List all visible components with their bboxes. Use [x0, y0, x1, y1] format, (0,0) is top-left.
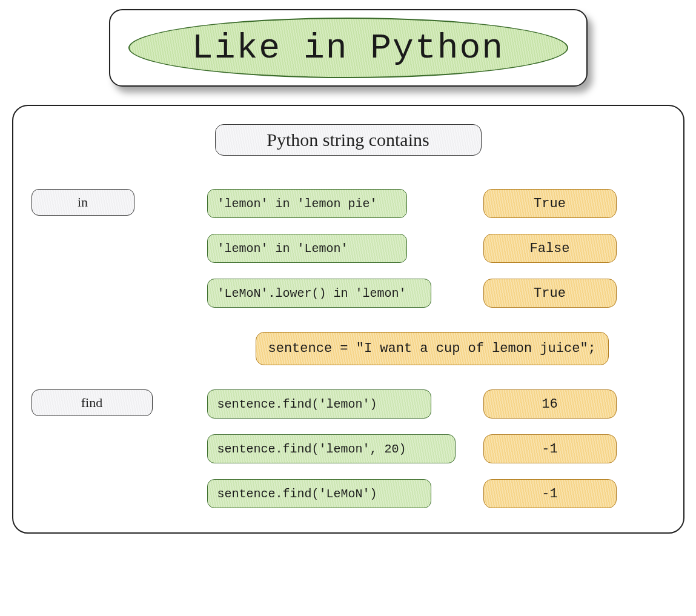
- result-find-0: 16: [483, 389, 617, 419]
- header-card: Like in Python: [109, 9, 588, 87]
- header-ellipse: Like in Python: [128, 18, 568, 78]
- result-find-1: -1: [483, 434, 617, 463]
- label-find: find: [31, 389, 153, 416]
- code-in-0: 'lemon' in 'lemon pie': [207, 189, 407, 218]
- code-find-2: sentence.find('LeMoN'): [207, 479, 431, 508]
- label-in: in: [31, 189, 134, 216]
- sentence-row: sentence = "I want a cup of lemon juice"…: [256, 332, 665, 365]
- subtitle: Python string contains: [215, 124, 482, 156]
- code-find-0: sentence.find('lemon'): [207, 389, 431, 419]
- result-in-2: True: [483, 279, 617, 308]
- main-card: Python string contains in 'lemon' in 'le…: [12, 105, 684, 534]
- result-in-0: True: [483, 189, 617, 218]
- code-in-2: 'LeMoN'.lower() in 'lemon': [207, 279, 431, 308]
- code-in-1: 'lemon' in 'Lemon': [207, 234, 407, 263]
- code-find-1: sentence.find('lemon', 20): [207, 434, 456, 463]
- result-find-2: -1: [483, 479, 617, 508]
- result-in-1: False: [483, 234, 617, 263]
- section-in: in 'lemon' in 'lemon pie' 'lemon' in 'Le…: [31, 189, 665, 308]
- sentence-definition: sentence = "I want a cup of lemon juice"…: [256, 332, 609, 365]
- page-title: Like in Python: [192, 28, 504, 68]
- section-find: find sentence.find('lemon') sentence.fin…: [31, 389, 665, 508]
